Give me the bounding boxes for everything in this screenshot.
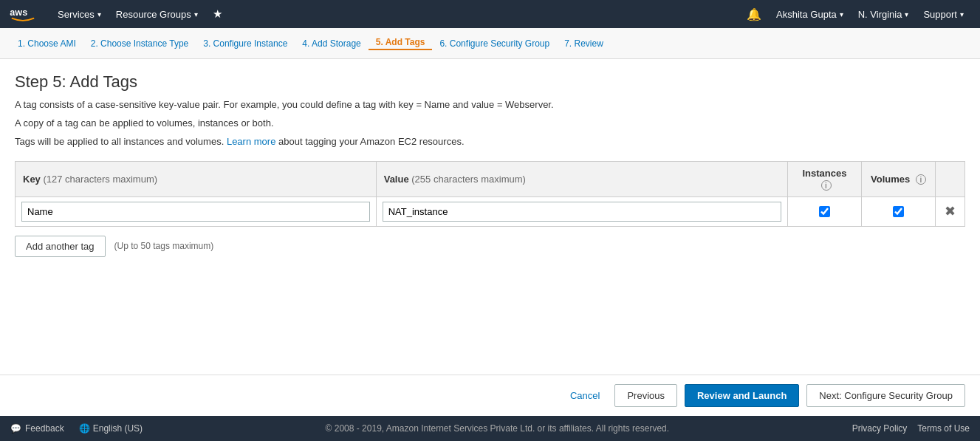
- table-header-row: Key (127 characters maximum) Value (255 …: [16, 162, 965, 197]
- tag-volumes-cell: [862, 196, 936, 226]
- support-menu[interactable]: Support ▾: [916, 9, 971, 20]
- value-header: Value (255 characters maximum): [376, 162, 787, 197]
- footer-actions: Cancel Previous Review and Launch Next: …: [0, 375, 980, 416]
- description-line2: A copy of a tag can be applied to volume…: [15, 116, 965, 131]
- tag-value-input[interactable]: [383, 202, 781, 222]
- cancel-button[interactable]: Cancel: [563, 386, 607, 406]
- terms-of-use-link[interactable]: Terms of Use: [917, 423, 970, 434]
- footer-links: Privacy Policy Terms of Use: [852, 423, 970, 434]
- next-configure-security-group-button[interactable]: Next: Configure Security Group: [806, 384, 965, 407]
- user-chevron-icon: ▾: [840, 10, 843, 18]
- services-menu[interactable]: Services ▾: [50, 9, 109, 20]
- region-menu[interactable]: N. Virginia ▾: [851, 9, 916, 20]
- bottom-bar: 💬 Feedback 🌐 English (US) © 2008 - 2019,…: [0, 416, 980, 441]
- resource-groups-menu[interactable]: Resource Groups ▾: [109, 9, 205, 20]
- page-title: Step 5: Add Tags: [15, 72, 965, 92]
- copyright-text: © 2008 - 2019, Amazon Internet Services …: [143, 423, 852, 434]
- step-configure-instance[interactable]: 3. Configure Instance: [196, 38, 295, 49]
- description-line1: A tag consists of a case-sensitive key-v…: [15, 98, 965, 113]
- svg-text:aws: aws: [10, 7, 27, 18]
- support-chevron-icon: ▾: [960, 10, 964, 18]
- previous-button[interactable]: Previous: [614, 384, 677, 407]
- add-another-tag-button[interactable]: Add another tag: [15, 236, 106, 257]
- notifications-bell-icon[interactable]: 🔔: [739, 7, 769, 21]
- table-row: ✖: [16, 196, 965, 226]
- tag-value-cell: [376, 196, 787, 226]
- learn-more-link[interactable]: Learn more: [227, 136, 275, 147]
- step-configure-security-group[interactable]: 6. Configure Security Group: [432, 38, 557, 49]
- step-add-tags[interactable]: 5. Add Tags: [369, 37, 433, 50]
- step-review[interactable]: 7. Review: [557, 38, 611, 49]
- volumes-info-icon[interactable]: i: [916, 174, 926, 185]
- tag-key-cell: [16, 196, 377, 226]
- tag-volumes-checkbox[interactable]: [893, 206, 904, 217]
- pin-icon[interactable]: ★: [205, 7, 230, 21]
- volumes-header: Volumes i: [862, 162, 936, 197]
- tag-instances-checkbox[interactable]: [819, 206, 830, 217]
- instances-info-icon[interactable]: i: [821, 180, 832, 191]
- add-tag-row: Add another tag (Up to 50 tags maximum): [15, 236, 965, 257]
- main-content: Step 5: Add Tags A tag consists of a cas…: [0, 59, 980, 375]
- top-navigation: aws Services ▾ Resource Groups ▾ ★ 🔔 Aks…: [0, 0, 980, 28]
- action-header: [936, 162, 965, 197]
- max-tags-hint: (Up to 50 tags maximum): [114, 241, 214, 251]
- tag-key-input[interactable]: [21, 202, 370, 222]
- tag-remove-button[interactable]: ✖: [942, 203, 959, 219]
- description-line3: Tags will be applied to all instances an…: [15, 134, 965, 150]
- review-and-launch-button[interactable]: Review and Launch: [685, 384, 799, 407]
- tag-remove-cell: ✖: [936, 196, 965, 226]
- user-menu[interactable]: Akshita Gupta ▾: [769, 9, 851, 20]
- tags-table: Key (127 characters maximum) Value (255 …: [15, 161, 965, 227]
- privacy-policy-link[interactable]: Privacy Policy: [852, 423, 908, 434]
- step-choose-instance-type[interactable]: 2. Choose Instance Type: [83, 38, 196, 49]
- step-add-storage[interactable]: 4. Add Storage: [295, 38, 368, 49]
- instances-header: Instances i: [788, 162, 862, 197]
- globe-icon: 🌐: [79, 423, 90, 434]
- feedback-button[interactable]: 💬 Feedback: [10, 423, 64, 434]
- aws-logo[interactable]: aws: [9, 5, 37, 23]
- step-choose-ami[interactable]: 1. Choose AMI: [10, 38, 83, 49]
- wizard-steps-bar: 1. Choose AMI 2. Choose Instance Type 3.…: [0, 28, 980, 59]
- key-header: Key (127 characters maximum): [16, 162, 377, 197]
- resource-groups-chevron-icon: ▾: [194, 10, 198, 18]
- services-chevron-icon: ▾: [97, 10, 101, 18]
- nav-right: 🔔 Akshita Gupta ▾ N. Virginia ▾ Support …: [739, 7, 971, 21]
- language-selector[interactable]: 🌐 English (US): [79, 423, 143, 434]
- region-chevron-icon: ▾: [905, 10, 908, 18]
- chat-icon: 💬: [10, 423, 21, 434]
- tag-instances-cell: [788, 196, 862, 226]
